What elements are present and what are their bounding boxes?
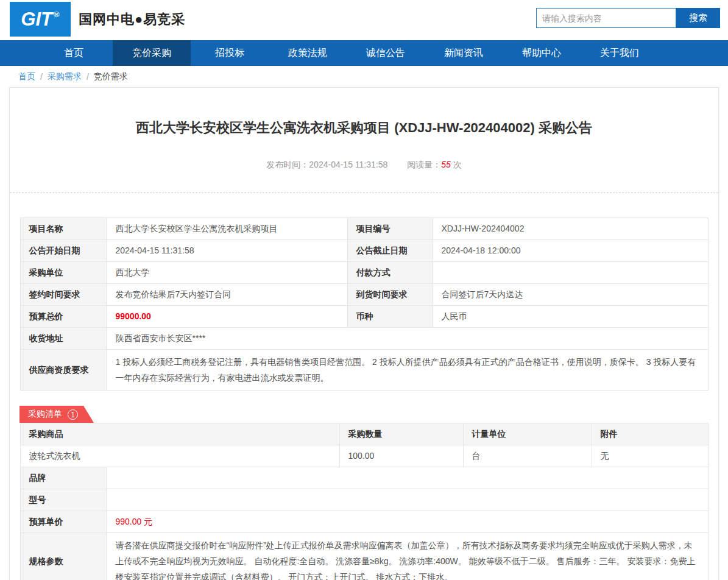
field-label: 公告截止日期	[347, 240, 433, 262]
product-unit: 台	[463, 445, 592, 467]
site-name: 国网中电●易竞采	[79, 10, 185, 29]
field-value: 西北大学	[107, 262, 347, 284]
table-row: 预算单价 990.00 元	[20, 511, 708, 533]
badge-label: 采购清单	[28, 409, 62, 420]
column-header: 附件	[592, 423, 708, 445]
supplier-qualification-value: 1 投标人必须经工商税务登记注册，具有电器销售类项目经营范围。 2 投标人所提供…	[107, 350, 708, 391]
field-label: 品牌	[20, 467, 107, 489]
announcement-meta: 发布时间：2024-04-15 11:31:58 阅读量：55 次	[10, 160, 718, 171]
breadcrumb-purchase-demand[interactable]: 采购需求	[48, 71, 82, 82]
badge-count-circle-icon: 1	[68, 409, 78, 420]
table-row: 公告开始日期 2024-04-15 11:31:58 公告截止日期 2024-0…	[20, 240, 708, 262]
views-group: 阅读量：55 次	[407, 160, 461, 169]
spec-params-value: 请各潜在供应商提交报价时在“响应附件”处上传正式报价单及需求响应偏离表（加盖公章…	[107, 533, 708, 580]
field-label: 项目编号	[347, 218, 433, 240]
field-label: 币种	[347, 306, 433, 328]
nav-item-home[interactable]: 首页	[35, 40, 113, 66]
field-label: 到货时间要求	[347, 284, 433, 306]
nav-item-about[interactable]: 关于我们	[581, 40, 659, 66]
breadcrumb-separator: /	[87, 72, 89, 82]
field-label: 收货地址	[20, 328, 107, 350]
nav-item-help[interactable]: 帮助中心	[503, 40, 581, 66]
field-value: 发布竞价结果后7天内签订合同	[107, 284, 347, 306]
field-label: 型号	[20, 489, 107, 511]
field-value: XDJJ-HW-202404002	[433, 218, 708, 240]
git-logo-icon: GIT®	[10, 2, 71, 37]
nav-item-policy[interactable]: 政策法规	[269, 40, 347, 66]
dashed-divider	[10, 193, 718, 193]
site-logo[interactable]: GIT® 国网中电●易竞采	[10, 2, 185, 37]
search-button[interactable]: 搜索	[676, 8, 720, 28]
nav-item-news[interactable]: 新闻资讯	[425, 40, 503, 66]
product-name: 波轮式洗衣机	[20, 445, 339, 467]
column-header: 计量单位	[463, 423, 592, 445]
table-row: 品牌	[20, 467, 708, 489]
field-value	[433, 262, 708, 284]
budget-total-value: 99000.00	[107, 306, 347, 328]
product-table: 采购商品 采购数量 计量单位 附件 波轮式洗衣机 100.00 台 无	[20, 423, 709, 467]
field-label: 签约时间要求	[20, 284, 107, 306]
views-unit: 次	[453, 160, 462, 169]
field-value: 2024-04-18 12:00:00	[433, 240, 708, 262]
announcement-card: 西北大学长安校区学生公寓洗衣机采购项目 (XDJJ-HW-202404002) …	[9, 87, 719, 580]
project-info-table: 项目名称 西北大学长安校区学生公寓洗衣机采购项目 项目编号 XDJJ-HW-20…	[20, 217, 709, 391]
views-label: 阅读量：	[407, 160, 441, 169]
table-row: 项目名称 西北大学长安校区学生公寓洗衣机采购项目 项目编号 XDJJ-HW-20…	[20, 218, 708, 240]
table-row: 波轮式洗衣机 100.00 台 无	[20, 445, 708, 467]
breadcrumb: 首页 / 采购需求 / 竞价需求	[0, 66, 728, 87]
field-label: 公告开始日期	[20, 240, 107, 262]
field-label: 付款方式	[347, 262, 433, 284]
field-value: 西北大学长安校区学生公寓洗衣机采购项目	[107, 218, 347, 240]
purchase-list-badge: 采购清单 1	[19, 406, 94, 423]
unit-price-value: 990.00 元	[107, 511, 708, 533]
site-header: GIT® 国网中电●易竞采 搜索	[0, 0, 728, 40]
product-attachment: 无	[592, 445, 708, 467]
field-label: 采购单位	[20, 262, 107, 284]
registered-mark: ®	[54, 10, 60, 19]
column-header: 采购商品	[20, 423, 339, 445]
table-row: 收货地址 陕西省西安市长安区****	[20, 328, 708, 350]
breadcrumb-home[interactable]: 首页	[18, 71, 35, 82]
brand-value	[107, 467, 708, 489]
breadcrumb-current: 竞价需求	[94, 71, 128, 82]
views-count: 55	[441, 160, 451, 169]
field-label: 项目名称	[20, 218, 107, 240]
field-label: 供应商资质要求	[20, 350, 107, 391]
search-bar: 搜索	[536, 8, 720, 28]
table-row: 签约时间要求 发布竞价结果后7天内签订合同 到货时间要求 合同签订后7天内送达	[20, 284, 708, 306]
main-nav: 首页 竞价采购 招投标 政策法规 诚信公告 新闻资讯 帮助中心 关于我们	[0, 40, 728, 66]
table-row: 供应商资质要求 1 投标人必须经工商税务登记注册，具有电器销售类项目经营范围。 …	[20, 350, 708, 391]
nav-item-bidding-purchase[interactable]: 竞价采购	[113, 40, 191, 66]
field-value: 合同签订后7天内送达	[433, 284, 708, 306]
field-value: 人民币	[433, 306, 708, 328]
field-label: 预算总价	[20, 306, 107, 328]
field-value: 陕西省西安市长安区****	[107, 328, 708, 350]
publish-time-value: 2024-04-15 11:31:58	[309, 160, 387, 169]
field-value: 2024-04-15 11:31:58	[107, 240, 347, 262]
nav-item-integrity[interactable]: 诚信公告	[347, 40, 425, 66]
logo-text: GIT	[21, 9, 52, 30]
table-row: 预算总价 99000.00 币种 人民币	[20, 306, 708, 328]
model-value	[107, 489, 708, 511]
breadcrumb-separator: /	[40, 72, 43, 82]
publish-time-label: 发布时间：	[266, 160, 309, 169]
field-label: 规格参数	[20, 533, 107, 580]
table-row: 型号	[20, 489, 708, 511]
table-row: 采购单位 西北大学 付款方式	[20, 262, 708, 284]
search-input[interactable]	[536, 8, 676, 28]
table-row: 规格参数 请各潜在供应商提交报价时在“响应附件”处上传正式报价单及需求响应偏离表…	[20, 533, 708, 580]
page-title: 西北大学长安校区学生公寓洗衣机采购项目 (XDJJ-HW-202404002) …	[10, 88, 718, 137]
product-quantity: 100.00	[339, 445, 463, 467]
nav-item-tender[interactable]: 招投标	[191, 40, 269, 66]
product-detail-table: 品牌 型号 预算单价 990.00 元 规格参数 请各潜在供应商提交报价时在“响…	[20, 467, 709, 580]
column-header: 采购数量	[339, 423, 463, 445]
field-label: 预算单价	[20, 511, 107, 533]
table-header-row: 采购商品 采购数量 计量单位 附件	[20, 423, 708, 445]
